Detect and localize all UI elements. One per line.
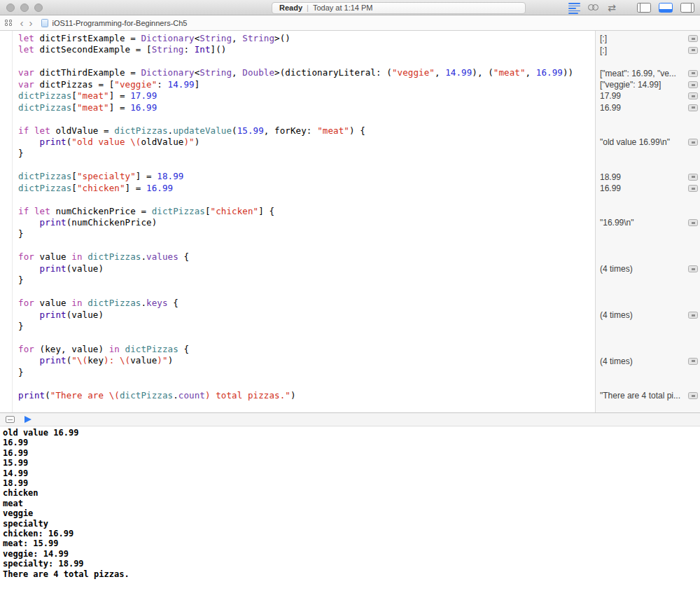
code-line[interactable] bbox=[0, 240, 595, 251]
result-value: ["veggie": 14.99] bbox=[600, 80, 686, 90]
result-row: "16.99\n" bbox=[600, 217, 698, 228]
code-line[interactable]: } bbox=[0, 228, 595, 239]
code-line[interactable]: print(value) bbox=[0, 263, 595, 274]
result-value: 18.99 bbox=[600, 172, 686, 182]
console-line: 18.99 bbox=[3, 478, 700, 488]
code-line[interactable] bbox=[0, 113, 595, 125]
result-value: ["meat": 16.99, "ve... bbox=[600, 69, 686, 78]
code-line[interactable]: for value in dictPizzas.keys { bbox=[0, 298, 595, 309]
result-row: (4 times) bbox=[600, 263, 698, 274]
console-line: specialty: 18.99 bbox=[3, 559, 700, 569]
minimize-button[interactable] bbox=[20, 4, 29, 12]
results-sidebar: [:][:]["meat": 16.99, "ve...["veggie": 1… bbox=[595, 31, 700, 412]
console-line: chicken: 16.99 bbox=[3, 529, 700, 538]
show-result-button[interactable] bbox=[688, 35, 698, 42]
code-line[interactable]: var dictThirdExample = Dictionary<String… bbox=[0, 67, 595, 78]
console-line: old value 16.99 bbox=[3, 428, 700, 438]
result-value: [:] bbox=[600, 34, 686, 43]
result-row: (4 times) bbox=[600, 356, 698, 367]
code-line[interactable]: print(value) bbox=[0, 310, 595, 321]
result-row: 16.99 bbox=[600, 102, 698, 113]
navigator-panel-toggle[interactable] bbox=[637, 3, 651, 13]
result-value: [:] bbox=[600, 46, 686, 55]
code-line[interactable]: if let oldValue = dictPizzas.updateValue… bbox=[0, 125, 595, 137]
hide-debug-area-icon[interactable] bbox=[6, 416, 15, 423]
code-line[interactable]: dictPizzas["meat"] = 17.99 bbox=[0, 90, 595, 102]
code-line[interactable]: print("\(key): \(value)") bbox=[0, 355, 595, 366]
assistant-editor-icon[interactable] bbox=[588, 4, 600, 12]
show-result-button[interactable] bbox=[688, 139, 698, 146]
code-line[interactable]: let dictFirstExample = Dictionary<String… bbox=[0, 33, 595, 44]
code-line[interactable] bbox=[0, 378, 595, 389]
show-result-button[interactable] bbox=[688, 185, 698, 192]
result-row: (4 times) bbox=[600, 310, 698, 321]
show-result-button[interactable] bbox=[688, 81, 698, 88]
window-titlebar: Ready | Today at 1:14 PM ⇄ bbox=[0, 0, 700, 15]
standard-editor-icon[interactable] bbox=[568, 2, 580, 14]
show-result-button[interactable] bbox=[688, 358, 698, 365]
code-line[interactable]: dictPizzas["chicken"] = 16.99 bbox=[0, 183, 595, 194]
debug-area-panel-toggle[interactable] bbox=[659, 3, 673, 13]
code-line[interactable]: } bbox=[0, 321, 595, 332]
back-button[interactable]: ‹ bbox=[18, 16, 27, 30]
show-result-button[interactable] bbox=[688, 47, 698, 54]
result-value: (4 times) bbox=[600, 264, 686, 274]
code-line[interactable]: var dictPizzas = ["veggie": 14.99] bbox=[0, 79, 595, 90]
console-line: 16.99 bbox=[3, 438, 700, 447]
show-result-button[interactable] bbox=[688, 104, 698, 111]
debug-console: old value 16.9916.9916.9915.9914.9918.99… bbox=[0, 426, 700, 590]
code-line[interactable]: } bbox=[0, 367, 595, 378]
result-value: 17.99 bbox=[600, 91, 686, 101]
activity-viewer: Ready | Today at 1:14 PM bbox=[272, 2, 526, 14]
status-ready: Ready bbox=[279, 4, 302, 12]
code-line[interactable]: let dictSecondExample = [String: Int]() bbox=[0, 44, 595, 55]
status-separator: | bbox=[307, 4, 309, 12]
code-line[interactable] bbox=[0, 194, 595, 205]
code-line[interactable] bbox=[0, 286, 595, 298]
code-line[interactable]: print(numChickenPrice) bbox=[0, 217, 595, 228]
show-result-button[interactable] bbox=[688, 174, 698, 181]
show-result-button[interactable] bbox=[688, 70, 698, 77]
zoom-button[interactable] bbox=[34, 4, 43, 12]
show-result-button[interactable] bbox=[688, 312, 698, 319]
code-line[interactable]: for (key, value) in dictPizzas { bbox=[0, 344, 595, 355]
code-line[interactable]: print("old value \(oldValue)") bbox=[0, 137, 595, 148]
show-result-button[interactable] bbox=[688, 92, 698, 99]
console-line: 15.99 bbox=[3, 458, 700, 468]
code-line[interactable]: for value in dictPizzas.values { bbox=[0, 251, 595, 263]
result-value: "16.99\n" bbox=[600, 218, 686, 228]
console-line: 16.99 bbox=[3, 448, 700, 458]
source-editor[interactable]: let dictFirstExample = Dictionary<String… bbox=[0, 31, 595, 412]
code-line[interactable] bbox=[0, 56, 595, 67]
playground-file-icon bbox=[41, 19, 48, 27]
console-line: meat: 15.99 bbox=[3, 538, 700, 548]
forward-button[interactable]: › bbox=[27, 16, 36, 30]
result-value: "There are 4 total pi... bbox=[600, 391, 686, 401]
run-playground-button[interactable] bbox=[24, 416, 31, 423]
code-line[interactable]: if let numChickenPrice = dictPizzas["chi… bbox=[0, 206, 595, 217]
playground-workspace: let dictFirstExample = Dictionary<String… bbox=[0, 31, 700, 412]
show-result-button[interactable] bbox=[688, 392, 698, 399]
result-row: [:] bbox=[600, 44, 698, 55]
version-editor-icon[interactable]: ⇄ bbox=[608, 4, 616, 12]
related-items-icon[interactable] bbox=[5, 20, 12, 27]
inspector-panel-toggle[interactable] bbox=[680, 3, 694, 13]
code-line[interactable] bbox=[0, 332, 595, 343]
breadcrumb-filename[interactable]: iOS11-Programming-for-Beginners-Ch5 bbox=[52, 19, 188, 27]
close-button[interactable] bbox=[6, 4, 15, 12]
code-line[interactable] bbox=[0, 160, 595, 171]
code-line[interactable]: } bbox=[0, 148, 595, 159]
result-row: ["veggie": 14.99] bbox=[600, 79, 698, 90]
console-line: chicken bbox=[3, 488, 700, 498]
code-line[interactable]: dictPizzas["specialty"] = 18.99 bbox=[0, 171, 595, 182]
result-value: (4 times) bbox=[600, 310, 686, 320]
jump-bar: ‹ › iOS11-Programming-for-Beginners-Ch5 bbox=[0, 15, 700, 31]
console-line: veggie bbox=[3, 508, 700, 518]
code-line[interactable]: print("There are \(dictPizzas.count) tot… bbox=[0, 390, 595, 401]
result-row: [:] bbox=[600, 33, 698, 44]
show-result-button[interactable] bbox=[688, 265, 698, 272]
code-line[interactable]: } bbox=[0, 274, 595, 286]
code-line[interactable]: dictPizzas["meat"] = 16.99 bbox=[0, 102, 595, 113]
result-value: 16.99 bbox=[600, 103, 686, 113]
show-result-button[interactable] bbox=[688, 219, 698, 226]
